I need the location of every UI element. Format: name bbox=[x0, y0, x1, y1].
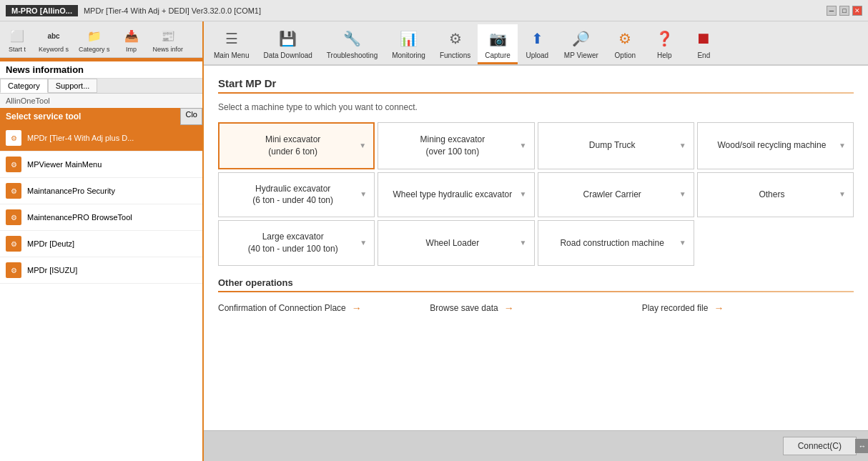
machine-cell-wheel-loader[interactable]: Wheel Loader ▼ bbox=[378, 220, 534, 266]
title-bar: M-PRO [AllinO... MPDr [Tier-4 With Adj +… bbox=[0, 0, 868, 21]
app-wrapper: ⬜ Start t abc Keyword s 📁 Category s 📥 I… bbox=[0, 21, 868, 461]
bottom-bar: Connect(C) ↔ bbox=[204, 430, 868, 461]
service-icon-maintenance-sec: ⚙ bbox=[6, 183, 21, 199]
scroll-button[interactable]: ↔ bbox=[855, 439, 868, 453]
tab-support[interactable]: Support... bbox=[48, 79, 98, 93]
service-icon-mpdr-tier4: ⚙ bbox=[6, 130, 21, 146]
machine-arrow-wheel-loader: ▼ bbox=[520, 238, 527, 248]
upload-icon: ⬆ bbox=[526, 27, 548, 50]
toolbar-imp[interactable]: 📥 Imp bbox=[117, 24, 146, 54]
op-browse-save[interactable]: Browse save data → bbox=[430, 299, 641, 317]
machine-cell-mini-exc[interactable]: Mini excavator(under 6 ton) ▼ bbox=[218, 122, 375, 169]
end-icon: ⏹ bbox=[692, 27, 715, 50]
section-subtitle: Select a machine type to which you want … bbox=[218, 102, 854, 112]
toolbar-category[interactable]: 📁 Category s bbox=[76, 24, 113, 54]
close-panel-button[interactable]: Clo bbox=[180, 108, 202, 125]
machine-arrow-wood-soil: ▼ bbox=[839, 141, 846, 151]
machine-cell-crawler[interactable]: Crawler Carrier ▼ bbox=[538, 172, 694, 218]
op-play-recorded[interactable]: Play recorded file → bbox=[642, 299, 854, 317]
monitoring-label: Monitoring bbox=[392, 51, 425, 59]
end-label: End bbox=[697, 51, 710, 59]
toolbar-option[interactable]: ⚙ Option bbox=[606, 24, 645, 64]
service-item-mpdr-isuzu[interactable]: ⚙ MPDr [ISUZU] bbox=[0, 257, 202, 284]
service-icon-maintenance-browse: ⚙ bbox=[6, 209, 21, 225]
machine-arrow-large-exc: ▼ bbox=[360, 238, 367, 248]
machine-cell-wheel-hydraulic[interactable]: Wheel type hydraulic excavator ▼ bbox=[378, 172, 534, 218]
toolbar-end[interactable]: ⏹ End bbox=[684, 24, 724, 64]
toolbar-troubleshooting[interactable]: 🔧 Troubleshooting bbox=[320, 24, 385, 64]
category-icon: 📁 bbox=[84, 26, 104, 46]
capture-label: Capture bbox=[485, 51, 511, 59]
toolbar-upload[interactable]: ⬆ Upload bbox=[518, 24, 557, 64]
service-icon-mpdr-deutz: ⚙ bbox=[6, 236, 21, 252]
machine-cell-others[interactable]: Others ▼ bbox=[697, 172, 854, 218]
toolbar-start[interactable]: ⬜ Start t bbox=[3, 24, 31, 54]
main-menu-label: Main Menu bbox=[214, 51, 249, 59]
service-item-mpdr-tier4[interactable]: ⚙ MPDr [Tier-4 With Adj plus D... bbox=[0, 125, 202, 152]
news-info-header: News information bbox=[0, 61, 202, 79]
toolbar-data-download[interactable]: 💾 Data Download bbox=[256, 24, 319, 64]
minimize-button[interactable]: ─ bbox=[827, 6, 837, 16]
service-item-mpdr-deutz[interactable]: ⚙ MPDr [Deutz] bbox=[0, 231, 202, 257]
machine-label-others: Others bbox=[705, 189, 839, 201]
machine-arrow-wheel-hydraulic: ▼ bbox=[520, 189, 527, 199]
toolbar-mp-viewer[interactable]: 🔎 MP Viewer bbox=[557, 24, 606, 64]
machine-cell-wood-soil[interactable]: Wood/soil recycling machine ▼ bbox=[697, 122, 854, 169]
op-connection-arrow: → bbox=[352, 302, 362, 314]
machine-label-wood-soil: Wood/soil recycling machine bbox=[705, 139, 839, 152]
toolbar-main-menu[interactable]: ☰ Main Menu bbox=[207, 24, 256, 64]
other-ops-row: Confirmation of Connection Place → Brows… bbox=[218, 299, 854, 317]
machine-arrow-hydraulic-exc: ▼ bbox=[360, 189, 367, 199]
machine-cell-hydraulic-exc[interactable]: Hydraulic excavator(6 ton - under 40 ton… bbox=[218, 172, 375, 218]
machine-arrow-crawler: ▼ bbox=[679, 189, 686, 199]
machine-cell-dump-truck[interactable]: Dump Truck ▼ bbox=[538, 122, 694, 169]
machine-label-mining-exc: Mining excavator(over 100 ton) bbox=[385, 134, 519, 158]
machine-arrow-mini-exc: ▼ bbox=[359, 141, 366, 151]
service-item-maintenance-browse[interactable]: ⚙ MaintenancePRO BrowseTool bbox=[0, 204, 202, 231]
toolbar-keyword[interactable]: abc Keyword s bbox=[36, 24, 71, 54]
data-download-icon: 💾 bbox=[277, 27, 300, 50]
machine-cell-road-construction[interactable]: Road construction machine ▼ bbox=[538, 220, 694, 266]
toolbar-news[interactable]: 📰 News infor bbox=[150, 24, 187, 54]
option-label: Option bbox=[615, 51, 636, 59]
toolbar-imp-label: Imp bbox=[126, 46, 137, 53]
machine-arrow-road-construction: ▼ bbox=[679, 238, 686, 248]
service-list: ⚙ MPDr [Tier-4 With Adj plus D... ⚙ MPVi… bbox=[0, 125, 202, 461]
section-title: Start MP Dr bbox=[218, 77, 854, 89]
service-item-mpviewer[interactable]: ⚙ MPViewer MainMenu bbox=[0, 152, 202, 178]
help-label: Help bbox=[657, 51, 672, 59]
toolbar-help[interactable]: ❓ Help bbox=[645, 24, 684, 64]
imp-icon: 📥 bbox=[122, 26, 142, 46]
op-connection-place[interactable]: Confirmation of Connection Place → bbox=[218, 299, 430, 317]
op-play-label: Play recorded file bbox=[642, 303, 709, 313]
main-panel: ☰ Main Menu 💾 Data Download 🔧 Troublesho… bbox=[204, 21, 868, 461]
functions-label: Functions bbox=[440, 51, 470, 59]
content-area: Start MP Dr Select a machine type to whi… bbox=[204, 66, 868, 430]
machine-cell-mining-exc[interactable]: Mining excavator(over 100 ton) ▼ bbox=[378, 122, 534, 169]
window-controls: ─ □ ✕ bbox=[827, 6, 862, 16]
toolbar-monitoring[interactable]: 📊 Monitoring bbox=[385, 24, 433, 64]
toolbar-keyword-label: Keyword s bbox=[39, 46, 69, 53]
service-item-maintenance-sec[interactable]: ⚙ MaintanancePro Security bbox=[0, 178, 202, 204]
left-panel: ⬜ Start t abc Keyword s 📁 Category s 📥 I… bbox=[0, 21, 204, 461]
tab-category[interactable]: Category bbox=[0, 79, 48, 93]
keyword-icon: abc bbox=[44, 26, 64, 46]
service-label-mpdr-deutz: MPDr [Deutz] bbox=[27, 239, 74, 248]
op-play-arrow: → bbox=[714, 302, 724, 314]
machine-label-wheel-hydraulic: Wheel type hydraulic excavator bbox=[385, 189, 519, 201]
machine-label-hydraulic-exc: Hydraulic excavator(6 ton - under 40 ton… bbox=[226, 183, 360, 207]
machine-arrow-mining-exc: ▼ bbox=[520, 141, 527, 151]
maximize-button[interactable]: □ bbox=[839, 6, 849, 16]
machine-arrow-dump-truck: ▼ bbox=[679, 141, 686, 151]
toolbar-functions[interactable]: ⚙ Functions bbox=[433, 24, 478, 64]
mp-viewer-icon: 🔎 bbox=[570, 27, 593, 50]
op-connection-label: Confirmation of Connection Place bbox=[218, 303, 346, 313]
op-browse-arrow: → bbox=[504, 302, 514, 314]
main-menu-icon: ☰ bbox=[220, 27, 243, 50]
machine-label-dump-truck: Dump Truck bbox=[546, 139, 679, 152]
machine-cell-large-exc[interactable]: Large excavator(40 ton - under 100 ton) … bbox=[218, 220, 375, 266]
toolbar-capture[interactable]: 📷 Capture bbox=[478, 24, 518, 64]
upload-label: Upload bbox=[526, 51, 548, 59]
close-button[interactable]: ✕ bbox=[852, 6, 862, 16]
connect-button[interactable]: Connect(C) bbox=[783, 437, 857, 455]
